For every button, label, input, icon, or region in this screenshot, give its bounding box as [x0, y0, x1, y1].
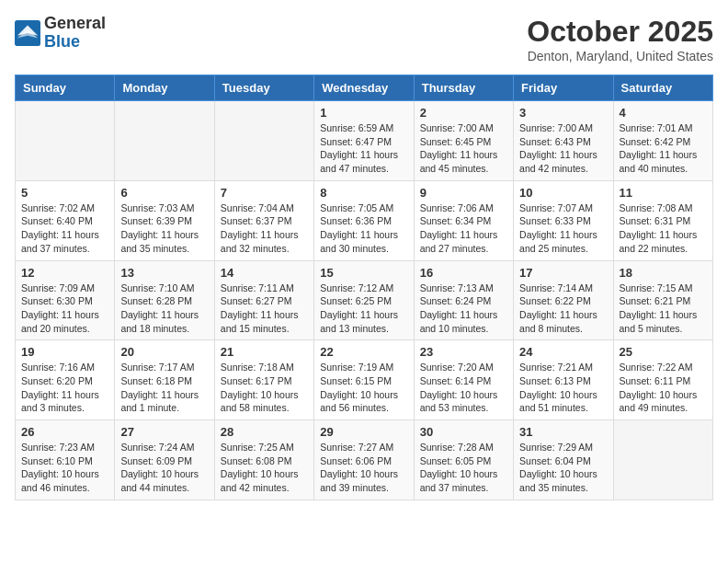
calendar-cell: 6Sunrise: 7:03 AM Sunset: 6:39 PM Daylig…	[115, 180, 214, 260]
day-info: Sunrise: 7:21 AM Sunset: 6:13 PM Dayligh…	[519, 361, 607, 415]
weekday-header-sunday: Sunday	[16, 75, 115, 101]
day-info: Sunrise: 7:10 AM Sunset: 6:28 PM Dayligh…	[120, 282, 208, 336]
day-number: 14	[221, 266, 308, 280]
day-info: Sunrise: 7:28 AM Sunset: 6:05 PM Dayligh…	[420, 441, 507, 495]
day-number: 12	[21, 266, 108, 280]
day-info: Sunrise: 7:17 AM Sunset: 6:18 PM Dayligh…	[120, 361, 208, 415]
day-info: Sunrise: 7:25 AM Sunset: 6:08 PM Dayligh…	[221, 441, 308, 495]
day-number: 2	[420, 106, 507, 120]
calendar-cell: 21Sunrise: 7:18 AM Sunset: 6:17 PM Dayli…	[214, 340, 313, 420]
calendar-cell: 16Sunrise: 7:13 AM Sunset: 6:24 PM Dayli…	[414, 260, 513, 340]
day-number: 1	[320, 106, 407, 120]
day-number: 9	[420, 186, 507, 200]
day-info: Sunrise: 7:13 AM Sunset: 6:24 PM Dayligh…	[420, 282, 507, 336]
day-info: Sunrise: 7:11 AM Sunset: 6:27 PM Dayligh…	[221, 282, 308, 336]
day-info: Sunrise: 7:19 AM Sunset: 6:15 PM Dayligh…	[320, 361, 407, 415]
calendar-cell: 18Sunrise: 7:15 AM Sunset: 6:21 PM Dayli…	[613, 260, 712, 340]
day-info: Sunrise: 7:05 AM Sunset: 6:36 PM Dayligh…	[320, 201, 407, 256]
calendar-cell: 2Sunrise: 7:00 AM Sunset: 6:45 PM Daylig…	[414, 101, 513, 181]
calendar-cell	[115, 101, 214, 181]
calendar-cell: 29Sunrise: 7:27 AM Sunset: 6:06 PM Dayli…	[314, 420, 414, 500]
day-info: Sunrise: 7:29 AM Sunset: 6:04 PM Dayligh…	[519, 441, 607, 495]
calendar-cell	[214, 101, 313, 181]
calendar-cell: 7Sunrise: 7:04 AM Sunset: 6:37 PM Daylig…	[214, 180, 313, 260]
day-info: Sunrise: 7:00 AM Sunset: 6:45 PM Dayligh…	[420, 121, 507, 176]
weekday-header-thursday: Thursday	[414, 75, 513, 101]
weekday-header-friday: Friday	[514, 75, 613, 101]
weekday-header-wednesday: Wednesday	[314, 75, 414, 101]
day-number: 16	[420, 266, 507, 280]
day-info: Sunrise: 7:22 AM Sunset: 6:11 PM Dayligh…	[620, 361, 707, 415]
calendar-cell: 1Sunrise: 6:59 AM Sunset: 6:47 PM Daylig…	[314, 101, 414, 181]
day-number: 22	[320, 345, 407, 359]
calendar-week-row: 5Sunrise: 7:02 AM Sunset: 6:40 PM Daylig…	[16, 180, 713, 260]
calendar-cell: 5Sunrise: 7:02 AM Sunset: 6:40 PM Daylig…	[16, 180, 115, 260]
calendar-week-row: 19Sunrise: 7:16 AM Sunset: 6:20 PM Dayli…	[16, 340, 713, 420]
logo-general: General	[44, 15, 106, 33]
day-number: 27	[120, 425, 208, 439]
day-number: 19	[21, 345, 108, 359]
day-info: Sunrise: 7:18 AM Sunset: 6:17 PM Dayligh…	[221, 361, 308, 415]
day-info: Sunrise: 7:03 AM Sunset: 6:39 PM Dayligh…	[120, 201, 208, 256]
calendar-cell: 20Sunrise: 7:17 AM Sunset: 6:18 PM Dayli…	[115, 340, 214, 420]
day-number: 31	[519, 425, 607, 439]
day-info: Sunrise: 7:09 AM Sunset: 6:30 PM Dayligh…	[21, 282, 108, 336]
weekday-header-saturday: Saturday	[613, 75, 712, 101]
calendar-cell: 12Sunrise: 7:09 AM Sunset: 6:30 PM Dayli…	[16, 260, 115, 340]
calendar-cell: 30Sunrise: 7:28 AM Sunset: 6:05 PM Dayli…	[414, 420, 513, 500]
calendar-cell: 14Sunrise: 7:11 AM Sunset: 6:27 PM Dayli…	[214, 260, 313, 340]
day-number: 15	[320, 266, 407, 280]
calendar-cell: 26Sunrise: 7:23 AM Sunset: 6:10 PM Dayli…	[16, 420, 115, 500]
day-number: 20	[120, 345, 208, 359]
day-number: 24	[519, 345, 607, 359]
calendar-cell: 10Sunrise: 7:07 AM Sunset: 6:33 PM Dayli…	[514, 180, 613, 260]
day-info: Sunrise: 7:23 AM Sunset: 6:10 PM Dayligh…	[21, 441, 108, 495]
day-number: 28	[221, 425, 308, 439]
weekday-header-monday: Monday	[115, 75, 214, 101]
page-header: General Blue October 2025 Denton, Maryla…	[15, 15, 713, 63]
logo-icon	[15, 20, 40, 46]
calendar-cell: 13Sunrise: 7:10 AM Sunset: 6:28 PM Dayli…	[115, 260, 214, 340]
month-title: October 2025	[527, 15, 713, 49]
calendar-cell: 3Sunrise: 7:00 AM Sunset: 6:43 PM Daylig…	[514, 101, 613, 181]
logo: General Blue	[15, 15, 106, 52]
calendar-cell: 17Sunrise: 7:14 AM Sunset: 6:22 PM Dayli…	[514, 260, 613, 340]
calendar-cell	[613, 420, 712, 500]
calendar-cell	[16, 101, 115, 181]
day-number: 21	[221, 345, 308, 359]
day-info: Sunrise: 7:00 AM Sunset: 6:43 PM Dayligh…	[519, 121, 607, 176]
calendar-cell: 31Sunrise: 7:29 AM Sunset: 6:04 PM Dayli…	[514, 420, 613, 500]
calendar-cell: 4Sunrise: 7:01 AM Sunset: 6:42 PM Daylig…	[613, 101, 712, 181]
day-number: 10	[519, 186, 607, 200]
calendar-week-row: 1Sunrise: 6:59 AM Sunset: 6:47 PM Daylig…	[16, 101, 713, 181]
calendar-cell: 24Sunrise: 7:21 AM Sunset: 6:13 PM Dayli…	[514, 340, 613, 420]
calendar-week-row: 26Sunrise: 7:23 AM Sunset: 6:10 PM Dayli…	[16, 420, 713, 500]
day-number: 3	[519, 106, 607, 120]
day-number: 13	[120, 266, 208, 280]
day-info: Sunrise: 7:04 AM Sunset: 6:37 PM Dayligh…	[221, 201, 308, 256]
day-number: 18	[620, 266, 707, 280]
calendar-cell: 11Sunrise: 7:08 AM Sunset: 6:31 PM Dayli…	[613, 180, 712, 260]
calendar-cell: 27Sunrise: 7:24 AM Sunset: 6:09 PM Dayli…	[115, 420, 214, 500]
day-number: 30	[420, 425, 507, 439]
day-info: Sunrise: 7:12 AM Sunset: 6:25 PM Dayligh…	[320, 282, 407, 336]
day-number: 11	[620, 186, 707, 200]
day-info: Sunrise: 7:06 AM Sunset: 6:34 PM Dayligh…	[420, 201, 507, 256]
day-number: 4	[620, 106, 707, 120]
day-info: Sunrise: 7:02 AM Sunset: 6:40 PM Dayligh…	[21, 201, 108, 256]
day-info: Sunrise: 7:08 AM Sunset: 6:31 PM Dayligh…	[620, 201, 707, 256]
calendar-cell: 8Sunrise: 7:05 AM Sunset: 6:36 PM Daylig…	[314, 180, 414, 260]
calendar-week-row: 12Sunrise: 7:09 AM Sunset: 6:30 PM Dayli…	[16, 260, 713, 340]
weekday-header-tuesday: Tuesday	[214, 75, 313, 101]
day-info: Sunrise: 7:07 AM Sunset: 6:33 PM Dayligh…	[519, 201, 607, 256]
day-number: 26	[21, 425, 108, 439]
calendar-cell: 9Sunrise: 7:06 AM Sunset: 6:34 PM Daylig…	[414, 180, 513, 260]
calendar-cell: 19Sunrise: 7:16 AM Sunset: 6:20 PM Dayli…	[16, 340, 115, 420]
day-info: Sunrise: 7:01 AM Sunset: 6:42 PM Dayligh…	[620, 121, 707, 176]
day-number: 25	[620, 345, 707, 359]
title-block: October 2025 Denton, Maryland, United St…	[527, 15, 713, 63]
calendar-cell: 28Sunrise: 7:25 AM Sunset: 6:08 PM Dayli…	[214, 420, 313, 500]
calendar-cell: 15Sunrise: 7:12 AM Sunset: 6:25 PM Dayli…	[314, 260, 414, 340]
day-info: Sunrise: 7:15 AM Sunset: 6:21 PM Dayligh…	[620, 282, 707, 336]
day-info: Sunrise: 6:59 AM Sunset: 6:47 PM Dayligh…	[320, 121, 407, 176]
